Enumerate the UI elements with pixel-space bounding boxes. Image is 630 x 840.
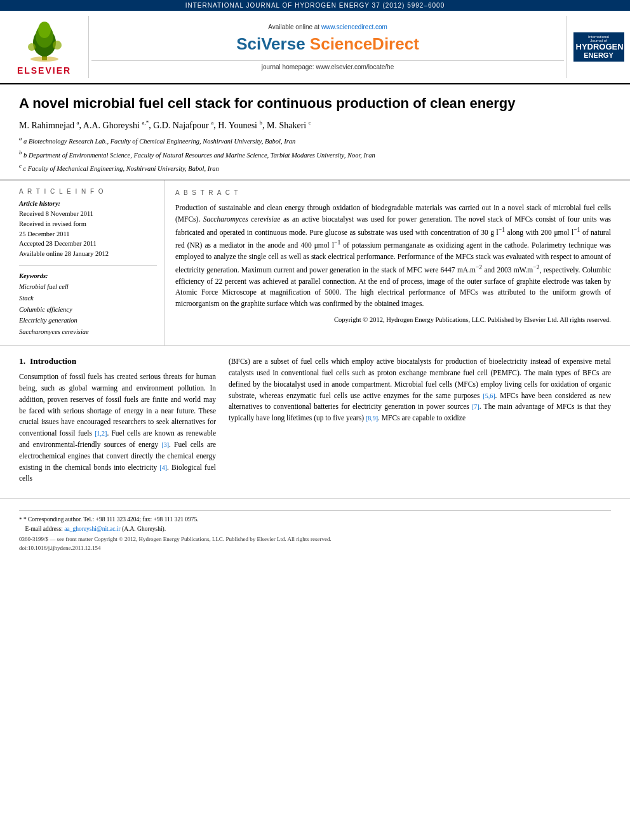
ref-3-link[interactable]: [3]	[161, 441, 169, 448]
article-title-area: A novel microbial fuel cell stack for co…	[0, 84, 630, 180]
affiliation-c: c c Faculty of Mechanical Engineering, N…	[19, 161, 611, 174]
journal-banner: INTERNATIONAL JOURNAL OF HYDROGEN ENERGY…	[0, 0, 630, 11]
page-header: ELSEVIER Available online at www.science…	[0, 11, 630, 84]
ref-1-2-link[interactable]: [1,2]	[95, 430, 107, 437]
email-label: E-mail address:	[25, 526, 63, 532]
keyword-4: Electricity generation	[19, 315, 157, 326]
keyword-3: Columbic efficiency	[19, 304, 157, 316]
available-date: Available online 28 January 2012	[19, 249, 157, 259]
article-info-column: A R T I C L E I N F O Article history: R…	[19, 180, 165, 345]
issn-line: 0360-3199/$ — see front matter Copyright…	[19, 536, 332, 542]
body-right-column: (BFCs) are a subset of fuel cells which …	[229, 356, 611, 488]
svg-point-4	[28, 43, 36, 51]
history-label: Article history:	[19, 200, 157, 207]
sciverse-logo: SciVerse ScienceDirect	[236, 34, 419, 54]
sciencedirect-link[interactable]: www.sciencedirect.com	[321, 23, 387, 30]
journal-banner-text: INTERNATIONAL JOURNAL OF HYDROGEN ENERGY…	[185, 2, 445, 9]
svg-point-6	[30, 57, 58, 62]
journal-homepage-text: journal homepage: www.elsevier.com/locat…	[91, 60, 564, 70]
body-left-column: 1. Introduction Consumption of fossil fu…	[19, 356, 216, 488]
article-info-label: A R T I C L E I N F O	[19, 188, 157, 195]
keyword-5: Saccharomyces cerevisiae	[19, 326, 157, 338]
article-history: Article history: Received 8 November 201…	[19, 200, 157, 259]
info-divider	[19, 265, 157, 266]
intro-heading: 1. Introduction	[19, 356, 216, 366]
svg-point-3	[38, 22, 51, 38]
received-revised-label: Received in revised form	[19, 219, 157, 229]
keyword-1: Microbial fuel cell	[19, 281, 157, 293]
intro-left-text: Consumption of fossil fuels has created …	[19, 371, 216, 484]
footer-doi: doi:10.1016/j.ijhydene.2011.12.154	[19, 545, 611, 551]
ref-5-6-link[interactable]: [5,6]	[483, 392, 495, 399]
elsevier-brand-label: ELSEVIER	[17, 65, 71, 76]
abstract-column: A B S T R A C T Production of sustainabl…	[165, 180, 611, 345]
sciverse-area: Available online at www.sciencedirect.co…	[89, 16, 566, 78]
footer-area: * * Corresponding author. Tel.: +98 111 …	[0, 498, 630, 556]
article-title: A novel microbial fuel cell stack for co…	[19, 95, 611, 113]
svg-point-5	[53, 41, 62, 50]
affiliations: a a Biotechnology Research Lab., Faculty…	[19, 134, 611, 174]
email-link[interactable]: aa_ghoreyshi@nit.ac.ir	[64, 526, 120, 532]
elsevier-tree-icon	[19, 18, 70, 63]
hydrogen-energy-logo: International Journal of HYDROGEN ENERGY	[566, 16, 630, 78]
available-online-text: Available online at www.sciencedirect.co…	[268, 23, 387, 30]
received-date: Received 8 November 2011	[19, 209, 157, 219]
footer-divider	[19, 510, 611, 511]
authors-line: M. Rahimnejad a, A.A. Ghoreyshi a,*, G.D…	[19, 119, 611, 131]
corresponding-author-note: * * Corresponding author. Tel.: +98 111 …	[19, 515, 611, 524]
info-abstract-section: A R T I C L E I N F O Article history: R…	[0, 180, 630, 346]
accepted-date: Accepted 28 December 2011	[19, 239, 157, 249]
email-suffix: (A.A. Ghoreyshi).	[122, 526, 166, 532]
copyright-text: Copyright © 2012, Hydrogen Energy Public…	[175, 315, 611, 325]
doi-line: doi:10.1016/j.ijhydene.2011.12.154	[19, 545, 100, 551]
abstract-text: Production of sustainable and clean ener…	[175, 203, 611, 310]
footer-issn: 0360-3199/$ — see front matter Copyright…	[19, 536, 611, 542]
hydrogen-badge: International Journal of HYDROGEN ENERGY	[573, 32, 624, 62]
abstract-label: A B S T R A C T	[175, 188, 611, 197]
received-revised-date: 25 December 2011	[19, 229, 157, 239]
email-note: E-mail address: aa_ghoreyshi@nit.ac.ir (…	[19, 524, 611, 533]
elsevier-logo-area: ELSEVIER	[0, 16, 89, 78]
keyword-2: Stack	[19, 293, 157, 304]
affiliation-b: b b Department of Environmental Science,…	[19, 148, 611, 161]
ref-8-9-link[interactable]: [8,9]	[366, 415, 378, 422]
keywords-section: Keywords: Microbial fuel cell Stack Colu…	[19, 272, 157, 338]
ref-7-link[interactable]: [7]	[472, 403, 479, 410]
corresponding-text: * Corresponding author. Tel.: +98 111 32…	[23, 516, 199, 523]
affiliation-a: a a Biotechnology Research Lab., Faculty…	[19, 134, 611, 147]
main-body: 1. Introduction Consumption of fossil fu…	[0, 346, 630, 488]
intro-right-text: (BFCs) are a subset of fuel cells which …	[229, 356, 611, 424]
keywords-label: Keywords:	[19, 272, 157, 279]
ref-4-link[interactable]: [4]	[159, 464, 167, 471]
